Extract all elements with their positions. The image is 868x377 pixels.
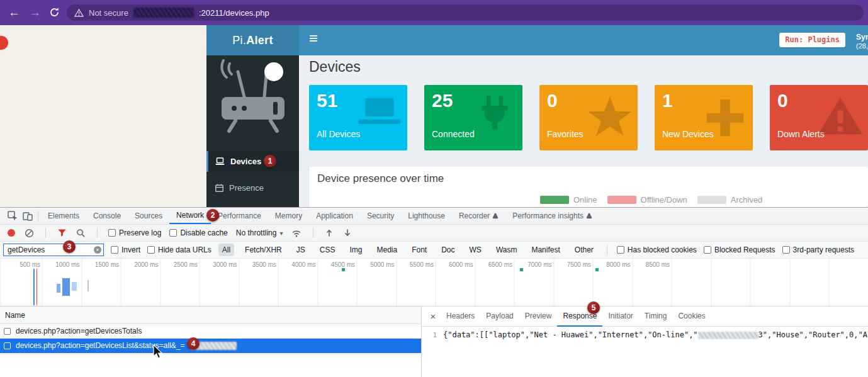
tab-sources[interactable]: Sources <box>128 208 169 224</box>
filter-type-fetch-xhr[interactable]: Fetch/XHR <box>241 244 286 256</box>
request-row-selected[interactable]: devices.php?action=getDevicesList&status… <box>0 339 421 353</box>
timeline-tick: 4000 ms <box>273 261 316 268</box>
filter-type-doc[interactable]: Doc <box>437 244 458 256</box>
timeline-tick: 2500 ms <box>155 261 198 268</box>
tab-performance[interactable]: Performance <box>211 208 268 224</box>
tab-performance-insights[interactable]: Performance insights <box>505 208 599 224</box>
plug-icon <box>471 95 519 137</box>
timeline-load-marker <box>37 269 38 305</box>
checkbox-box <box>111 246 118 254</box>
filter-type-media[interactable]: Media <box>373 244 401 256</box>
search-button[interactable] <box>75 225 86 240</box>
card-new-devices[interactable]: 1 New Devices <box>655 85 753 150</box>
clear-icon <box>25 228 34 238</box>
experiment-flask-icon <box>492 213 499 219</box>
name-column-header: Name <box>5 311 25 320</box>
preserve-log-checkbox[interactable]: Preserve log <box>108 228 161 237</box>
tab-lighthouse[interactable]: Lighthouse <box>401 208 452 224</box>
redacted-host <box>133 8 194 18</box>
detail-tab-cookies[interactable]: Cookies <box>672 307 711 327</box>
timeline-tick: 6000 ms <box>431 261 473 268</box>
blocked-requests-checkbox[interactable]: Blocked Requests <box>704 245 775 254</box>
request-row[interactable]: devices.php?action=getDevicesTotals <box>0 324 421 339</box>
timeline-activity-bar <box>57 284 60 293</box>
refresh-icon[interactable] <box>49 7 60 21</box>
device-toolbar-button[interactable] <box>20 208 35 223</box>
page-title: Devices <box>309 59 361 76</box>
sidebar-item-devices[interactable]: Devices <box>206 151 299 172</box>
filter-type-css[interactable]: CSS <box>316 244 339 256</box>
filter-type-manifest[interactable]: Manifest <box>527 244 563 256</box>
filter-type-wasm[interactable]: Wasm <box>492 244 521 256</box>
card-favorites[interactable]: 0 Favorites <box>539 85 638 150</box>
back-icon[interactable]: ← <box>8 6 20 20</box>
detail-tab-preview[interactable]: Preview <box>519 307 558 327</box>
network-overview-timeline[interactable]: 500 ms 1000 ms 1500 ms 2000 ms 2500 ms 3… <box>0 259 868 307</box>
address-bar[interactable]: Not secure :20211/devices.php <box>67 4 864 21</box>
response-viewer[interactable]: 1 {"data":[["laptop","Net - Huawei","Int… <box>422 327 868 339</box>
annotation-badge-2: 2 <box>206 209 219 222</box>
detail-tab-timing[interactable]: Timing <box>639 307 673 327</box>
request-checkbox[interactable] <box>4 328 11 335</box>
filter-type-ws[interactable]: WS <box>466 244 485 256</box>
run-plugins-button[interactable]: Run: Plugins <box>779 33 845 47</box>
line-number: 1 <box>422 330 437 339</box>
tab-recorder[interactable]: Recorder <box>452 208 505 224</box>
filter-input[interactable] <box>3 244 104 256</box>
record-button[interactable] <box>8 229 15 237</box>
import-har-button[interactable] <box>324 225 334 240</box>
filter-type-other[interactable]: Other <box>571 244 597 256</box>
throttling-value: No throttling <box>236 228 277 237</box>
filter-toggle-button[interactable] <box>57 225 67 240</box>
tab-elements[interactable]: Elements <box>41 208 86 224</box>
detail-tab-initiator[interactable]: Initiator <box>602 307 638 327</box>
checkbox-box <box>147 246 155 254</box>
card-all-devices[interactable]: 51 All Devices <box>309 85 407 150</box>
tab-application[interactable]: Application <box>309 208 360 224</box>
tab-memory[interactable]: Memory <box>268 208 309 224</box>
card-down-alerts[interactable]: 0 Down Alerts <box>770 85 868 150</box>
hide-data-urls-checkbox[interactable]: Hide data URLs <box>147 245 211 254</box>
throttling-dropdown[interactable]: No throttling▾ <box>236 228 283 237</box>
divider <box>607 245 607 255</box>
laptop-icon <box>215 157 225 166</box>
checkbox-box <box>782 246 790 254</box>
clear-button[interactable] <box>23 225 35 240</box>
forward-icon[interactable]: → <box>29 6 41 20</box>
tab-network[interactable]: Network <box>169 208 211 224</box>
invert-checkbox[interactable]: Invert <box>111 245 140 254</box>
detail-tab-payload[interactable]: Payload <box>480 307 519 327</box>
red-dot <box>0 36 8 50</box>
app-brand[interactable]: Pi.Alert <box>206 25 299 55</box>
sidebar-item-presence[interactable]: Presence <box>206 177 299 198</box>
request-list-header[interactable]: Name <box>0 307 421 324</box>
network-conditions-button[interactable] <box>291 225 302 240</box>
tab-security[interactable]: Security <box>360 208 401 224</box>
inspect-element-button[interactable] <box>5 208 20 223</box>
request-checkbox[interactable] <box>4 342 11 349</box>
hamburger-icon[interactable]: ≡ <box>309 30 318 47</box>
has-blocked-cookies-checkbox[interactable]: Has blocked cookies <box>617 245 697 254</box>
third-party-requests-checkbox[interactable]: 3rd-party requests <box>782 245 854 254</box>
filter-type-js[interactable]: JS <box>293 244 309 256</box>
network-bottom-split: Name devices.php?action=getDevicesTotals… <box>0 307 868 377</box>
filter-type-all[interactable]: All <box>218 244 234 256</box>
checkbox-label: Preserve log <box>119 228 161 237</box>
timeline-activity-bar <box>72 282 77 291</box>
filter-type-font[interactable]: Font <box>408 244 431 256</box>
tab-console[interactable]: Console <box>86 208 128 224</box>
filter-type-img[interactable]: Img <box>346 244 366 256</box>
annotation-badge-3: 3 <box>63 240 76 253</box>
card-connected[interactable]: 25 Connected <box>424 85 522 150</box>
checkbox-label: Blocked Requests <box>714 245 775 254</box>
export-har-button[interactable] <box>342 225 352 240</box>
calendar-icon <box>215 184 223 192</box>
detail-tab-headers[interactable]: Headers <box>441 307 480 327</box>
app-sidebar: Pi.Alert <box>206 25 299 207</box>
filter-clear-icon[interactable]: × <box>94 246 101 254</box>
user-name[interactable]: Sym <box>856 33 868 42</box>
divider <box>97 228 98 238</box>
disable-cache-checkbox[interactable]: Disable cache <box>169 228 227 237</box>
card-label: All Devices <box>317 129 360 139</box>
close-icon[interactable]: × <box>427 311 439 322</box>
